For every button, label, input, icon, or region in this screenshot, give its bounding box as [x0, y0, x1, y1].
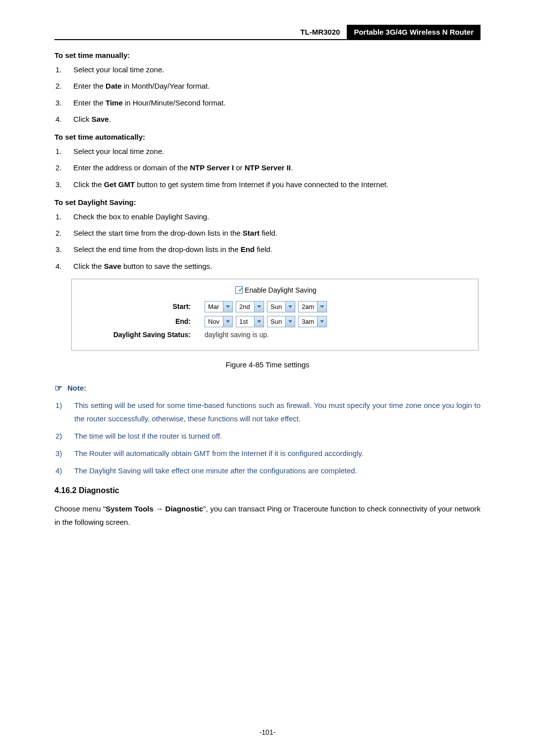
list-item: 1.Check the box to enable Daylight Savin… — [73, 210, 481, 223]
text-bold: Save — [92, 115, 109, 123]
text: button to save the settings. — [121, 262, 212, 270]
chevron-down-icon — [223, 316, 232, 327]
list-num: 3. — [55, 178, 62, 191]
text-bold: Time — [106, 99, 123, 107]
text: button to get system time from Internet … — [135, 180, 388, 189]
chevron-down-icon — [254, 302, 264, 312]
text: Check the box to enable Daylight Saving. — [73, 212, 209, 221]
end-month-select[interactable]: Nov — [205, 316, 233, 327]
text: Click — [73, 115, 92, 123]
list-item: 2.Enter the address or domain of the NTP… — [73, 161, 481, 174]
text-bold: Get GMT — [104, 180, 135, 189]
text-bold: Save — [104, 262, 121, 270]
enable-daylight-label: Enable Daylight Saving — [245, 286, 317, 294]
text: Select your local time zone. — [73, 147, 164, 155]
page: TL-MR3020 Portable 3G/4G Wireless N Rout… — [0, 0, 535, 756]
enable-daylight-row: ✓ Enable Daylight Saving — [77, 286, 473, 294]
text: Enter the — [73, 99, 106, 107]
list-num: 1. — [55, 210, 62, 223]
list-num: 4) — [55, 464, 62, 477]
start-label: Start: — [77, 302, 205, 310]
list-num: 2. — [55, 80, 62, 93]
text: The time will be lost if the router is t… — [74, 432, 222, 440]
start-week-select[interactable]: 2nd — [236, 301, 264, 312]
pointing-hand-icon: ☞ — [54, 383, 62, 394]
text: Enter the address or domain of the — [73, 163, 190, 172]
status-row: Daylight Saving Status: daylight saving … — [77, 331, 473, 339]
end-day-select[interactable]: Sun — [267, 316, 295, 327]
end-week-select[interactable]: 1st — [236, 316, 264, 327]
list-num: 4. — [55, 113, 62, 126]
text: field. — [260, 229, 277, 237]
status-label: Daylight Saving Status: — [77, 331, 205, 339]
figure-caption: Figure 4-85 Time settings — [54, 360, 481, 369]
note-heading: ☞ Note: — [54, 383, 481, 394]
text-bold: System Tools — [106, 504, 154, 513]
status-value: daylight saving is up. — [205, 331, 269, 339]
select-value: 3am — [299, 318, 317, 325]
text: or — [234, 163, 245, 172]
list-item: 2.Select the start time from the drop-do… — [73, 227, 481, 240]
list-item: 3)The Router will automatically obtain G… — [74, 447, 481, 460]
text: Select the start time from the drop-down… — [73, 229, 243, 237]
start-day-select[interactable]: Sun — [267, 301, 295, 312]
list-num: 2. — [55, 161, 62, 174]
select-value: 2nd — [236, 303, 254, 310]
text: in Hour/Minute/Second format. — [123, 99, 226, 107]
header-model: TL-MR3020 — [297, 25, 347, 39]
list-num: 1) — [55, 399, 62, 412]
section-title-auto: To set time automatically: — [54, 133, 481, 141]
chevron-down-icon — [254, 316, 264, 327]
list-num: 3. — [55, 97, 62, 109]
note-label: Note: — [67, 384, 86, 392]
list-num: 1. — [55, 145, 62, 158]
chevron-down-icon — [285, 302, 295, 312]
text: Choose menu " — [54, 504, 106, 513]
start-hour-select[interactable]: 2am — [298, 301, 327, 312]
list-num: 1. — [55, 63, 62, 76]
list-daylight: 1.Check the box to enable Daylight Savin… — [54, 210, 481, 273]
start-month-select[interactable]: Mar — [205, 301, 233, 312]
chevron-down-icon — [317, 302, 326, 312]
arrow-text: → — [154, 504, 165, 513]
list-item: 3.Select the end time from the drop-down… — [73, 243, 481, 256]
end-hour-select[interactable]: 3am — [298, 316, 327, 327]
list-item: 1.Select your local time zone. — [73, 63, 481, 76]
text: The Daylight Saving will take effect one… — [74, 466, 357, 475]
list-item: 1)This setting will be used for some tim… — [74, 399, 481, 425]
checkmark-icon: ✓ — [238, 286, 243, 293]
text-bold: NTP Server II — [245, 163, 291, 172]
list-item: 4)The Daylight Saving will take effect o… — [74, 464, 481, 477]
select-value: 2am — [299, 303, 317, 310]
text: Click the — [73, 262, 104, 270]
list-item: 2)The time will be lost if the router is… — [74, 429, 481, 443]
list-item: 4.Click Save. — [73, 113, 481, 126]
start-row: Start: Mar 2nd Sun 2am — [77, 301, 473, 312]
select-value: Mar — [205, 303, 223, 310]
list-item: 2.Enter the Date in Month/Day/Year forma… — [73, 80, 481, 93]
list-item: 3.Click the Get GMT button to get system… — [73, 178, 481, 191]
list-item: 1.Select your local time zone. — [73, 145, 481, 158]
chevron-down-icon — [317, 316, 326, 327]
list-num: 3. — [55, 243, 62, 256]
daylight-saving-panel: ✓ Enable Daylight Saving Start: Mar 2nd … — [71, 279, 479, 351]
note-list: 1)This setting will be used for some tim… — [54, 399, 481, 477]
text-bold: Start — [243, 229, 260, 237]
header-title: Portable 3G/4G Wireless N Router — [347, 25, 481, 39]
select-value: 1st — [236, 318, 254, 325]
enable-daylight-checkbox[interactable]: ✓ — [235, 286, 243, 294]
text-bold: Diagnostic — [165, 504, 204, 513]
text: The Router will automatically obtain GMT… — [74, 449, 364, 457]
text: This setting will be used for some time-… — [74, 401, 481, 423]
select-value: Sun — [268, 318, 285, 325]
text: Enter the — [73, 82, 106, 90]
end-row: End: Nov 1st Sun 3am — [77, 316, 473, 327]
chevron-down-icon — [223, 302, 232, 312]
section-heading-diagnostic: 4.16.2 Diagnostic — [54, 486, 481, 495]
diagnostic-paragraph: Choose menu "System Tools → Diagnostic",… — [54, 502, 481, 529]
select-value: Nov — [205, 318, 223, 325]
text: Select the end time from the drop-down l… — [73, 245, 241, 253]
section-title-manual: To set time manually: — [54, 51, 481, 59]
text-bold: End — [241, 245, 255, 253]
text: Click the — [73, 180, 104, 189]
